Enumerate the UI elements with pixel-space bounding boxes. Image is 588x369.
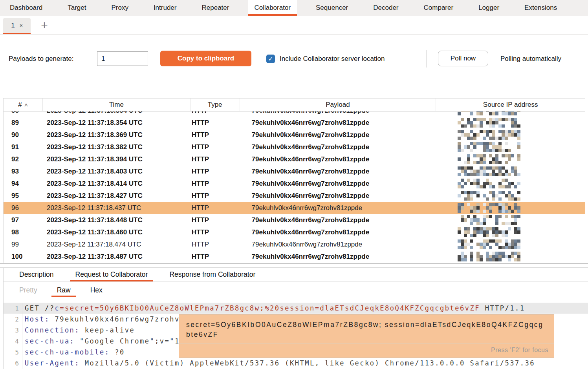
nav-tab-logger[interactable]: Logger [472, 0, 506, 16]
message-view-tabs: PrettyRawHex [4, 282, 588, 299]
detail-tab-response-from-collaborator[interactable]: Response from Collaborator [169, 268, 255, 281]
nav-tab-proxy[interactable]: Proxy [105, 0, 134, 16]
view-tab-pretty[interactable]: Pretty [19, 282, 37, 299]
line-content: sec-ch-ua-mobile: ?0 [22, 348, 125, 356]
redacted-source-ip [458, 118, 520, 128]
cell-time: 2023-Sep-12 11:37:18.354 UTC [43, 111, 191, 115]
detail-tab-description[interactable]: Description [19, 268, 54, 281]
cell-time: 2023-Sep-12 11:37:18.437 UTC [43, 204, 191, 212]
polling-status-label: Polling automatically [500, 50, 561, 68]
line-number: 2 [4, 314, 22, 325]
cell-source-ip [436, 252, 585, 261]
table-row[interactable]: 932023-Sep-12 11:37:18.403 UTCHTTP79ekuh… [4, 165, 585, 177]
cell-type: HTTP [191, 192, 240, 200]
cell-type: HTTP [191, 228, 240, 236]
table-row[interactable]: 942023-Sep-12 11:37:18.414 UTCHTTP79ekuh… [4, 177, 585, 190]
line-number: 5 [4, 347, 22, 358]
cell-time: 2023-Sep-12 11:37:18.369 UTC [43, 131, 191, 139]
cell-source-ip [436, 118, 585, 128]
cell-payload: 79ekuhlv0kx46nrr6wg7zrohv81zppde [240, 241, 436, 248]
nav-tab-collaborator[interactable]: Collaborator [248, 0, 297, 16]
add-tab-button[interactable]: + [38, 19, 51, 32]
divider [426, 50, 427, 68]
column-label: Payload [326, 101, 350, 109]
table-body: 882023-Sep-12 11:37:18.354 UTCHTTP79ekuh… [4, 111, 585, 263]
nav-tab-intruder[interactable]: Intruder [147, 0, 183, 16]
cell-payload: 79ekuhlv0kx46nrr6wg7zrohv81zppde [240, 131, 436, 139]
table-row[interactable]: 952023-Sep-12 11:37:18.427 UTCHTTP79ekuh… [4, 190, 585, 202]
table-row[interactable]: 892023-Sep-12 11:37:18.354 UTCHTTP79ekuh… [4, 117, 585, 129]
column-header-type[interactable]: Type [191, 99, 240, 111]
cell-source-ip [436, 130, 585, 140]
controls-bar: Payloads to generate: Copy to clipboard … [0, 50, 588, 68]
line-number: 1 [4, 303, 22, 314]
redacted-source-ip [458, 179, 520, 188]
include-location-checkbox[interactable]: ✓ [266, 55, 275, 63]
redacted-source-ip [458, 203, 520, 213]
poll-now-button[interactable]: Poll now [438, 51, 488, 66]
collaborator-tab-1[interactable]: 1 × [3, 18, 31, 33]
column-header-[interactable]: #∧ [4, 99, 43, 111]
active-tab-underline [3, 33, 31, 34]
cell-time: 2023-Sep-12 11:37:18.460 UTC [43, 228, 191, 236]
redacted-source-ip [458, 239, 520, 249]
detail-tab-request-to-collaborator[interactable]: Request to Collaborator [75, 268, 148, 281]
cell-type: HTTP [191, 155, 240, 163]
table-row[interactable]: 992023-Sep-12 11:37:18.474 UTCHTTP79ekuh… [4, 238, 585, 250]
payloads-label: Payloads to generate: [9, 50, 73, 68]
redacted-source-ip [458, 191, 520, 201]
view-tab-raw[interactable]: Raw [57, 282, 71, 299]
cell-payload: 79ekuhlv0kx46nrr6wg7zrohv81zppde [240, 119, 436, 127]
cell-number: 91 [4, 143, 43, 151]
cell-number: 96 [4, 204, 43, 212]
request-line: 6User-Agent: Mozilla/5.0 (Victim) AppleW… [4, 358, 588, 369]
view-tab-hex[interactable]: Hex [90, 282, 103, 299]
table-row[interactable]: 882023-Sep-12 11:37:18.354 UTCHTTP79ekuh… [4, 111, 585, 117]
cell-type: HTTP [191, 111, 240, 115]
table-row[interactable]: 972023-Sep-12 11:37:18.448 UTCHTTP79ekuh… [4, 214, 585, 226]
cell-source-ip [436, 179, 585, 188]
table-row[interactable]: 922023-Sep-12 11:37:18.394 UTCHTTP79ekuh… [4, 153, 585, 165]
cell-type: HTTP [191, 204, 240, 212]
nav-tab-sequencer[interactable]: Sequencer [310, 0, 354, 16]
nav-tab-target[interactable]: Target [61, 0, 92, 16]
cell-number: 93 [4, 168, 43, 175]
redacted-source-ip [458, 154, 520, 164]
nav-tab-extensions[interactable]: Extensions [518, 0, 563, 16]
cell-type: HTTP [191, 143, 240, 151]
nav-tab-repeater[interactable]: Repeater [195, 0, 235, 16]
table-row[interactable]: 1002023-Sep-12 11:37:18.487 UTCHTTP79eku… [4, 250, 585, 263]
panel-splitter[interactable] [0, 263, 588, 264]
cell-payload: 79ekuhlv0kx46nrr6wg7zrohv81zppde [240, 155, 436, 163]
table-row[interactable]: 962023-Sep-12 11:37:18.437 UTCHTTP79ekuh… [4, 202, 585, 214]
line-content: GET /?c=secret=5Oy6BKIbO0AuCeZ8oWlEPma7r… [22, 304, 525, 312]
cell-time: 2023-Sep-12 11:37:18.403 UTC [43, 168, 191, 175]
collaborator-interactions-table: #∧TimeTypePayloadSource IP address 88202… [3, 98, 585, 263]
cell-type: HTTP [191, 253, 240, 261]
sort-ascending-icon: ∧ [24, 102, 28, 108]
cell-source-ip [436, 191, 585, 201]
line-number: 4 [4, 336, 22, 347]
table-header: #∧TimeTypePayloadSource IP address [4, 99, 585, 111]
column-label: Time [109, 101, 124, 109]
cell-time: 2023-Sep-12 11:37:18.487 UTC [43, 253, 191, 261]
cell-number: 89 [4, 119, 43, 127]
table-row[interactable]: 982023-Sep-12 11:37:18.460 UTCHTTP79ekuh… [4, 226, 585, 238]
nav-tab-dashboard[interactable]: Dashboard [4, 0, 49, 16]
column-header-payload[interactable]: Payload [240, 99, 436, 111]
cell-payload: 79ekuhlv0kx46nrr6wg7zrohv81zppde [240, 111, 436, 115]
close-icon[interactable]: × [20, 22, 23, 29]
table-row[interactable]: 902023-Sep-12 11:37:18.369 UTCHTTP79ekuh… [4, 129, 585, 141]
column-header-source-ip-address[interactable]: Source IP address [436, 99, 585, 111]
nav-tab-decoder[interactable]: Decoder [367, 0, 405, 16]
copy-to-clipboard-button[interactable]: Copy to clipboard [160, 51, 251, 66]
column-label: Type [208, 101, 222, 109]
nav-tab-comparer[interactable]: Comparer [418, 0, 460, 16]
payloads-input[interactable] [97, 51, 148, 66]
redacted-source-ip [458, 252, 520, 261]
column-header-time[interactable]: Time [43, 99, 191, 111]
redacted-source-ip [458, 227, 520, 237]
table-row[interactable]: 912023-Sep-12 11:37:18.382 UTCHTTP79ekuh… [4, 141, 585, 153]
include-location-label: Include Collaborator server location [280, 50, 385, 68]
cell-time: 2023-Sep-12 11:37:18.382 UTC [43, 143, 191, 151]
